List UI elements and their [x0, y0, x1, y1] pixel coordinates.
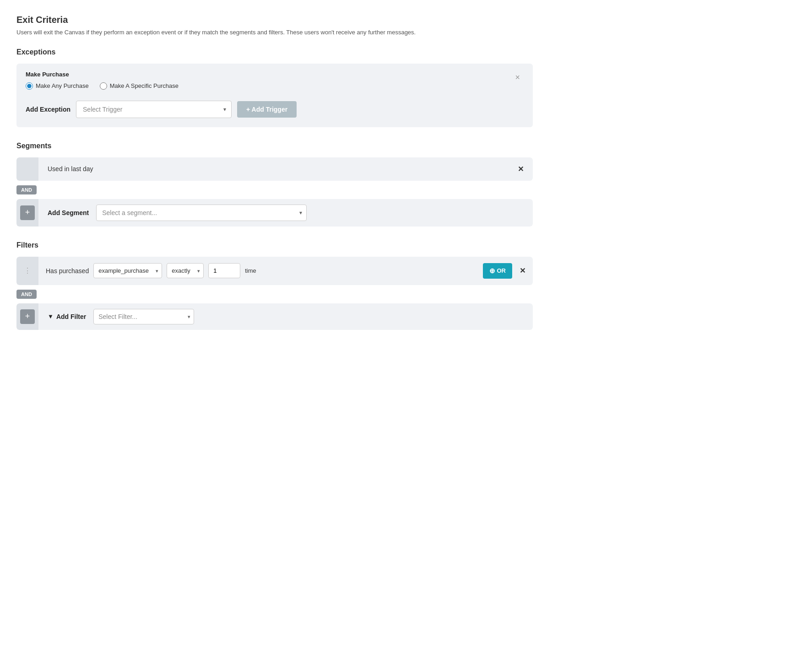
exception-purchase-label: Make Purchase — [26, 71, 511, 78]
select-trigger-dropdown[interactable]: Select Trigger — [76, 101, 232, 118]
segment-content: Used in last day ✕ — [38, 157, 533, 181]
add-filter-label: ▼ Add Filter — [48, 313, 86, 320]
exception-header-row: Make Purchase Make Any Purchase Make A S… — [26, 71, 524, 97]
filters-section-title: Filters — [16, 241, 533, 249]
filter-purchase-select-wrapper: example_purchase ▾ — [93, 263, 162, 278]
select-trigger-wrapper: Select Trigger ▾ — [76, 101, 232, 118]
filter-select-dropdown[interactable]: Select Filter... — [93, 309, 194, 324]
add-filter-row: + ▼ Add Filter Select Filter... ▾ — [16, 303, 533, 330]
add-filter-side: + — [16, 303, 38, 330]
radio-specific-input[interactable] — [100, 82, 107, 90]
radio-group: Make Any Purchase Make A Specific Purcha… — [26, 82, 511, 90]
filter-funnel-icon: ▼ — [48, 313, 54, 320]
drag-handle-icon[interactable]: ⋮ — [22, 266, 33, 275]
filter-operator-select-wrapper: exactly ▾ — [167, 263, 204, 278]
exception-close-button[interactable]: × — [511, 71, 524, 84]
add-segment-side: + — [16, 199, 38, 227]
radio-specific-purchase[interactable]: Make A Specific Purchase — [100, 82, 179, 90]
add-segment-plus-button[interactable]: + — [20, 205, 35, 220]
filter-operator-dropdown[interactable]: exactly — [167, 263, 204, 278]
segment-item-text: Used in last day — [48, 165, 93, 173]
segment-close-button[interactable]: ✕ — [518, 165, 524, 173]
add-segment-content: Add Segment Select a segment... ▾ — [38, 199, 533, 227]
filters-and-badge: AND — [16, 290, 37, 299]
filter-content: Has purchased example_purchase ▾ exactly… — [38, 257, 533, 285]
filter-close-button[interactable]: ✕ — [520, 266, 525, 275]
or-plus-circle-icon: ⊕ — [489, 267, 495, 275]
filter-select-dropdown-wrapper: Select Filter... ▾ — [93, 309, 194, 324]
add-trigger-button[interactable]: + Add Trigger — [237, 101, 297, 118]
or-btn-label: OR — [497, 267, 506, 274]
add-segment-label: Add Segment — [48, 209, 89, 216]
segment-item-row: Used in last day ✕ — [16, 157, 533, 181]
exception-header-content: Make Purchase Make Any Purchase Make A S… — [26, 71, 511, 97]
filters-section: Filters ⋮ Has purchased example_purchase… — [16, 241, 533, 330]
radio-any-input[interactable] — [26, 82, 33, 90]
exceptions-section-title: Exceptions — [16, 48, 533, 56]
radio-any-label: Make Any Purchase — [36, 82, 89, 89]
page-title: Exit Criteria — [16, 15, 533, 25]
exceptions-block: Make Purchase Make Any Purchase Make A S… — [16, 64, 533, 127]
segment-select-dropdown[interactable]: Select a segment... — [96, 205, 307, 221]
add-exception-label: Add Exception — [26, 106, 70, 113]
filter-item-row: ⋮ Has purchased example_purchase ▾ exact… — [16, 257, 533, 285]
segment-select-wrapper: Select a segment... ▾ — [96, 205, 307, 221]
filters-and-wrapper: AND — [16, 287, 533, 302]
segments-and-wrapper: AND — [16, 183, 533, 197]
filter-count-input[interactable] — [208, 263, 240, 278]
radio-any-purchase[interactable]: Make Any Purchase — [26, 82, 89, 90]
filter-purchase-dropdown[interactable]: example_purchase — [93, 263, 162, 278]
segments-and-badge: AND — [16, 185, 37, 194]
add-segment-row: + Add Segment Select a segment... ▾ — [16, 199, 533, 227]
filter-time-label: time — [245, 267, 256, 274]
segments-section-title: Segments — [16, 142, 533, 150]
filter-side-bar: ⋮ — [16, 257, 38, 285]
radio-specific-label: Make A Specific Purchase — [110, 82, 179, 89]
page-description: Users will exit the Canvas if they perfo… — [16, 28, 533, 37]
add-filter-content: ▼ Add Filter Select Filter... ▾ — [38, 303, 533, 330]
exception-row: Add Exception Select Trigger ▾ + Add Tri… — [26, 97, 524, 120]
segment-side-bar — [16, 157, 38, 181]
filter-or-button[interactable]: ⊕ OR — [483, 263, 513, 279]
add-filter-plus-button[interactable]: + — [20, 309, 35, 324]
add-filter-text: Add Filter — [56, 313, 86, 320]
segments-section: Segments Used in last day ✕ AND + Add Se… — [16, 142, 533, 227]
filter-has-purchased-label: Has purchased — [46, 267, 89, 275]
